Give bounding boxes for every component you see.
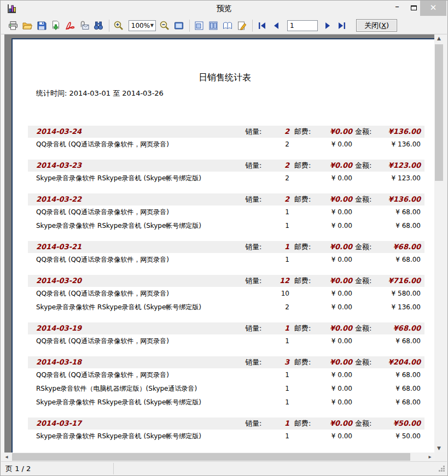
product-qty: 1 <box>258 430 289 443</box>
page-number-input[interactable] <box>287 20 318 31</box>
product-amount: ¥ 68.00 <box>377 382 421 396</box>
mail-button[interactable] <box>78 19 91 32</box>
product-name: Skype录音录像软件 RSkype录音机 (Skype帐号绑定版) <box>36 219 201 233</box>
product-name: QQ录音机 (QQ通话录音录像软件，网页录音) <box>36 138 169 151</box>
close-label-prefix: 关闭( <box>364 21 381 30</box>
date-group-2014-03-18: 2014-03-18销量:3邮费:¥0.00金额:¥204.00QQ录音机 (Q… <box>13 356 434 409</box>
last-page-icon <box>337 21 347 31</box>
vertical-scrollbar-thumb[interactable] <box>435 44 443 181</box>
two-page-layout-icon <box>208 20 219 31</box>
date-group-2014-03-24: 2014-03-24销量:2邮费:¥0.00金额:¥136.00QQ录音机 (Q… <box>13 126 434 151</box>
scroll-down-icon[interactable]: ▼ <box>434 444 444 453</box>
amount-label: 金额: <box>355 275 371 287</box>
product-postage: ¥ 0.00 <box>317 287 352 301</box>
scroll-right-icon[interactable]: ▸ <box>426 453 434 461</box>
postage-total: ¥0.00 <box>317 160 352 172</box>
maximize-button[interactable] <box>407 1 420 16</box>
amount-label: 金额: <box>355 356 371 368</box>
product-qty: 1 <box>258 253 289 267</box>
page-indicator: 页 1 / 2 <box>5 464 31 474</box>
find-button[interactable] <box>92 19 105 32</box>
product-amount: ¥ 580.00 <box>377 287 421 301</box>
group-date: 2014-03-22 <box>36 193 82 205</box>
amount-label: 金额: <box>355 126 371 138</box>
product-name: QQ录音机 (QQ通话录音录像软件，网页录音) <box>36 253 169 267</box>
group-header-row: 2014-03-23销量:2邮费:¥0.00金额:¥123.00 <box>28 160 424 172</box>
save-button[interactable] <box>35 19 48 32</box>
toolbar-separator <box>189 20 190 32</box>
product-postage: ¥ 0.00 <box>317 301 352 314</box>
date-group-2014-03-22: 2014-03-22销量:2邮费:¥0.00金额:¥136.00QQ录音机 (Q… <box>13 193 434 233</box>
zoom-level-combo[interactable]: 100% ▼ <box>129 20 156 31</box>
group-header-row: 2014-03-20销量:12邮费:¥0.00金额:¥716.00 <box>28 275 424 287</box>
zoom-level-value: 100% <box>131 22 150 30</box>
date-group-2014-03-19: 2014-03-19销量:1邮费:¥0.00金额:¥68.00QQ录音机 (QQ… <box>13 322 434 348</box>
fit-screen-button[interactable] <box>172 19 185 32</box>
scroll-left-icon[interactable]: ◂ <box>2 453 11 461</box>
amount-total: ¥123.00 <box>377 160 421 172</box>
zoom-in-icon <box>113 20 124 31</box>
product-amount: ¥ 68.00 <box>377 205 421 219</box>
product-postage: ¥ 0.00 <box>317 396 352 409</box>
postage-total: ¥0.00 <box>317 418 352 430</box>
scroll-up-icon[interactable]: ▲ <box>434 34 444 43</box>
product-name: Skype录音录像软件 RSkype录音机 (Skype帐号绑定版) <box>36 430 201 443</box>
export-page-icon <box>50 20 61 31</box>
product-postage: ¥ 0.00 <box>317 219 352 233</box>
maximize-icon <box>411 5 417 10</box>
close-preview-button[interactable]: 关闭(X) <box>356 19 397 32</box>
title-bar: 预览 – ✕ <box>1 1 447 17</box>
resize-grip-icon[interactable] <box>438 465 445 474</box>
amount-total: ¥68.00 <box>377 322 421 334</box>
window-title: 预览 <box>1 4 447 14</box>
window-close-button[interactable]: ✕ <box>420 1 446 16</box>
product-row: Skype录音录像软件 RSkype录音机 (Skype帐号绑定版)2¥ 0.0… <box>13 301 424 314</box>
product-name: Skype录音录像软件 RSkype录音机 (Skype帐号绑定版) <box>36 396 201 409</box>
preview-viewport: 日销售统计表 统计时间: 2014-03-01 至 2014-03-26 201… <box>1 34 447 453</box>
toolbar: 100% ▼ 关闭(X) <box>1 17 447 34</box>
next-page-button[interactable] <box>321 19 334 32</box>
product-amount: ¥ 136.00 <box>377 138 421 151</box>
group-date: 2014-03-18 <box>36 356 82 368</box>
open-button[interactable] <box>21 19 34 32</box>
postage-label: 邮费: <box>294 241 311 253</box>
zoom-in-button[interactable] <box>112 19 125 32</box>
two-page-layout-button[interactable] <box>207 19 220 32</box>
last-page-button[interactable] <box>335 19 348 32</box>
amount-label: 金额: <box>355 418 371 430</box>
horizontal-scrollbar-thumb[interactable] <box>12 453 410 461</box>
minimize-button[interactable]: – <box>387 1 407 16</box>
print-button[interactable] <box>7 19 20 32</box>
report-title: 日销售统计表 <box>13 72 437 84</box>
book-view-button[interactable] <box>221 19 234 32</box>
group-header-row: 2014-03-19销量:1邮费:¥0.00金额:¥68.00 <box>28 322 424 334</box>
product-amount: ¥ 136.00 <box>377 301 421 314</box>
page-layout-button[interactable] <box>193 19 206 32</box>
postage-label: 邮费: <box>294 193 311 205</box>
product-row: QQ录音机 (QQ通话录音录像软件，网页录音)1¥ 0.00¥ 68.00 <box>13 253 424 267</box>
minimize-icon: – <box>395 2 399 11</box>
group-date: 2014-03-17 <box>36 418 82 430</box>
postage-label: 邮费: <box>294 275 311 287</box>
first-page-button[interactable] <box>255 19 269 32</box>
date-group-2014-03-20: 2014-03-20销量:12邮费:¥0.00金额:¥716.00QQ录音机 (… <box>13 275 434 314</box>
postage-total: ¥0.00 <box>317 126 352 138</box>
report-page: 日销售统计表 统计时间: 2014-03-01 至 2014-03-26 201… <box>11 38 447 453</box>
horizontal-scrollbar[interactable]: ◂ ▸ <box>1 453 435 461</box>
pdf-button[interactable] <box>63 19 77 32</box>
product-amount: ¥ 68.00 <box>377 334 421 348</box>
product-row: QQ录音机 (QQ通话录音录像软件，网页录音)10¥ 0.00¥ 580.00 <box>13 287 424 301</box>
preview-window: 预览 – ✕ 100% ▼ 关闭(X) <box>0 0 448 476</box>
export-button[interactable] <box>49 19 62 32</box>
product-row: QQ录音机 (QQ通话录音录像软件，网页录音)1¥ 0.00¥ 68.00 <box>13 205 424 219</box>
product-qty: 1 <box>258 334 289 348</box>
qty-total: 2 <box>258 160 289 172</box>
group-header-row: 2014-03-22销量:2邮费:¥0.00金额:¥136.00 <box>28 193 424 205</box>
edit-button[interactable] <box>235 19 248 32</box>
product-qty: 2 <box>258 301 289 314</box>
vertical-scrollbar[interactable]: ▲ ▼ <box>434 34 444 453</box>
previous-page-button[interactable] <box>270 19 283 32</box>
zoom-out-button[interactable] <box>158 19 171 32</box>
pdf-icon <box>65 20 75 31</box>
group-date: 2014-03-20 <box>36 275 82 287</box>
